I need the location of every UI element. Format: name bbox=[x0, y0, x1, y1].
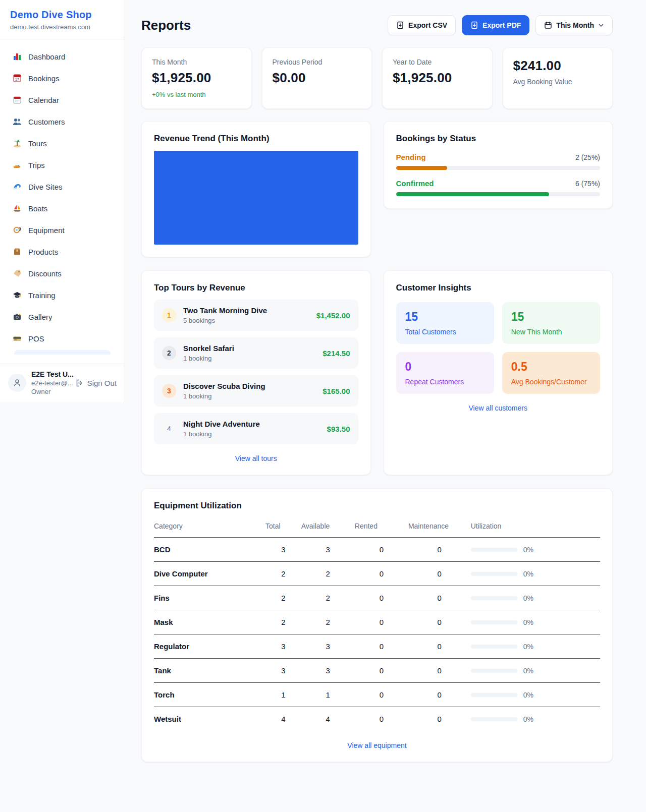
progress-track bbox=[396, 166, 601, 170]
stat-card-year-to-date: Year to Date $1,925.00 bbox=[382, 47, 493, 109]
calendar-outline-icon bbox=[544, 21, 552, 29]
status-row-confirmed: Confirmed 6 (75%) bbox=[396, 179, 601, 196]
cell-rented: 0 bbox=[355, 634, 408, 659]
cell-rented: 0 bbox=[355, 659, 408, 683]
cell-category: Wetsuit bbox=[154, 707, 265, 731]
tile-label: Total Customers bbox=[405, 328, 485, 336]
sidebar-item-boats[interactable]: Boats bbox=[7, 198, 118, 218]
tour-row: 1 Two Tank Morning Dive 5 bookings $1,45… bbox=[154, 300, 358, 331]
sidebar: Demo Dive Shop demo.test.divestreams.com… bbox=[0, 0, 125, 402]
tile-repeat-customers: 0 Repeat Customers bbox=[396, 352, 494, 394]
sidebar-item-gallery[interactable]: Gallery bbox=[7, 307, 118, 327]
cell-utilization: 0% bbox=[471, 610, 600, 634]
cell-maintenance: 0 bbox=[408, 659, 471, 683]
sidebar-item-label: Products bbox=[28, 248, 58, 256]
tile-total-customers: 15 Total Customers bbox=[396, 302, 494, 344]
export-pdf-button[interactable]: Export PDF bbox=[462, 15, 529, 35]
cell-category: Dive Computer bbox=[154, 562, 265, 586]
sidebar-item-label: Customers bbox=[28, 118, 65, 126]
sidebar-item-equipment[interactable]: Equipment bbox=[7, 220, 118, 240]
top-tours-title: Top Tours by Revenue bbox=[154, 283, 358, 293]
utilization-bar bbox=[471, 572, 517, 576]
period-dropdown[interactable]: This Month bbox=[535, 15, 613, 35]
sidebar-item-trips[interactable]: Trips bbox=[7, 155, 118, 175]
dashboard-icon bbox=[12, 51, 22, 62]
file-download-icon bbox=[396, 21, 404, 29]
tour-bookings: 1 booking bbox=[183, 430, 320, 438]
equipment-table: Category Total Available Rented Maintena… bbox=[154, 518, 600, 731]
view-all-equipment-link[interactable]: View all equipment bbox=[154, 741, 600, 749]
sidebar-item-label: Tours bbox=[28, 139, 47, 148]
export-csv-button[interactable]: Export CSV bbox=[388, 15, 456, 35]
stat-value: $1,925.00 bbox=[393, 70, 482, 86]
file-download-icon bbox=[470, 21, 478, 29]
calendar-icon bbox=[12, 95, 22, 105]
bookings-by-status-title: Bookings by Status bbox=[396, 134, 601, 144]
main-content: Reports Export CSV Export PDF This Month bbox=[125, 0, 646, 778]
insights-row: Top Tours by Revenue 1 Two Tank Morning … bbox=[141, 270, 613, 475]
progress-fill bbox=[396, 192, 549, 196]
sidebar-item-label: Bookings bbox=[28, 74, 60, 83]
sidebar-item-label: Equipment bbox=[28, 226, 65, 235]
cell-rented: 0 bbox=[355, 707, 408, 731]
cell-total: 3 bbox=[265, 634, 301, 659]
utilization-pct: 0% bbox=[523, 618, 533, 626]
view-all-tours-link[interactable]: View all tours bbox=[154, 454, 358, 462]
utilization-bar bbox=[471, 693, 517, 697]
utilization-pct: 0% bbox=[523, 691, 533, 699]
user-icon bbox=[13, 378, 22, 387]
utilization-pct: 0% bbox=[523, 594, 533, 602]
chevron-down-icon bbox=[598, 22, 604, 28]
cell-utilization: 0% bbox=[471, 707, 600, 731]
cell-category: BCD bbox=[154, 538, 265, 562]
equipment-utilization-card: Equipment Utilization Category Total Ava… bbox=[141, 488, 613, 762]
sidebar-item-pos[interactable]: POS bbox=[7, 328, 118, 349]
view-all-customers-link[interactable]: View all customers bbox=[396, 404, 601, 412]
sidebar-item-label: Boats bbox=[28, 204, 47, 213]
cell-rented: 0 bbox=[355, 683, 408, 707]
sidebar-item-dive-sites[interactable]: Dive Sites bbox=[7, 177, 118, 197]
stat-value: $1,925.00 bbox=[152, 70, 241, 86]
training-icon bbox=[12, 290, 22, 300]
table-row: Regulator 3 3 0 0 0% bbox=[154, 634, 600, 659]
pos-icon bbox=[12, 333, 22, 343]
customers-icon bbox=[12, 117, 22, 127]
cell-rented: 0 bbox=[355, 586, 408, 610]
sidebar-item-label: Discounts bbox=[28, 269, 62, 278]
sidebar-item-dashboard[interactable]: Dashboard bbox=[7, 46, 118, 67]
cell-utilization: 0% bbox=[471, 634, 600, 659]
sidebar-item-customers[interactable]: Customers bbox=[7, 111, 118, 132]
sidebar-item-training[interactable]: Training bbox=[7, 285, 118, 305]
cell-category: Tank bbox=[154, 659, 265, 683]
col-rented: Rented bbox=[355, 518, 408, 538]
sign-out-button[interactable]: Sign Out bbox=[75, 379, 117, 387]
cell-category: Fins bbox=[154, 586, 265, 610]
user-email: e2e-tester@... bbox=[31, 379, 70, 387]
shop-title: Demo Dive Shop bbox=[10, 9, 115, 21]
bookings-by-status-card: Bookings by Status Pending 2 (25%) Confi… bbox=[384, 121, 613, 209]
sidebar-item-discounts[interactable]: Discounts bbox=[7, 263, 118, 283]
utilization-pct: 0% bbox=[523, 715, 533, 723]
tile-avg-bookings: 0.5 Avg Bookings/Customer bbox=[502, 352, 600, 394]
sidebar-item-tours[interactable]: Tours bbox=[7, 133, 118, 153]
top-tours-card: Top Tours by Revenue 1 Two Tank Morning … bbox=[141, 270, 371, 475]
utilization-bar bbox=[471, 548, 517, 552]
sidebar-item-bookings[interactable]: 17 Bookings bbox=[7, 68, 118, 88]
cell-total: 2 bbox=[265, 562, 301, 586]
sidebar-item-label: Calendar bbox=[28, 96, 59, 104]
insight-tiles: 15 Total Customers 15 New This Month 0 R… bbox=[396, 302, 601, 394]
cell-utilization: 0% bbox=[471, 586, 600, 610]
sidebar-item-label: Dashboard bbox=[28, 52, 65, 61]
table-header-row: Category Total Available Rented Maintena… bbox=[154, 518, 600, 538]
sidebar-item-products[interactable]: Products bbox=[7, 242, 118, 262]
cell-maintenance: 0 bbox=[408, 586, 471, 610]
tour-name: Night Dive Adventure bbox=[183, 420, 320, 428]
tour-bookings: 1 booking bbox=[183, 355, 315, 362]
progress-track bbox=[396, 192, 601, 196]
cell-total: 4 bbox=[265, 707, 301, 731]
cell-maintenance: 0 bbox=[408, 562, 471, 586]
col-total: Total bbox=[265, 518, 301, 538]
sidebar-item-reports-active-partial[interactable] bbox=[14, 350, 111, 355]
sidebar-item-calendar[interactable]: Calendar bbox=[7, 90, 118, 110]
cell-rented: 0 bbox=[355, 538, 408, 562]
